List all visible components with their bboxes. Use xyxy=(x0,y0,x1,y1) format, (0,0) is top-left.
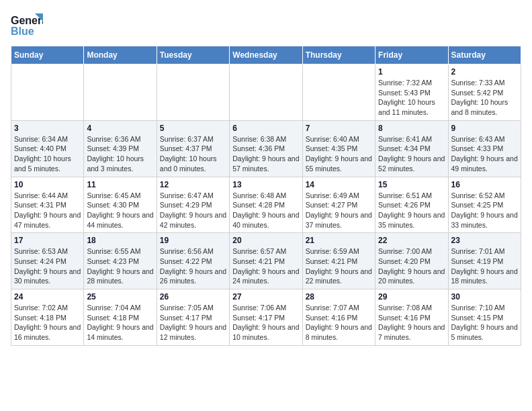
page-header: General Blue xyxy=(11,11,521,39)
day-number: 8 xyxy=(378,124,445,133)
day-number: 3 xyxy=(14,124,81,133)
calendar-cell: 6Sunrise: 6:38 AM Sunset: 4:36 PM Daylig… xyxy=(230,120,302,177)
day-number: 13 xyxy=(232,180,299,189)
day-info: Sunrise: 6:44 AM Sunset: 4:31 PM Dayligh… xyxy=(14,191,81,230)
day-number: 20 xyxy=(232,236,299,245)
day-number: 25 xyxy=(87,292,153,302)
day-info: Sunrise: 7:10 AM Sunset: 4:15 PM Dayligh… xyxy=(451,303,518,342)
day-number: 17 xyxy=(14,236,81,245)
day-info: Sunrise: 6:47 AM Sunset: 4:29 PM Dayligh… xyxy=(160,191,226,230)
calendar-cell: 25Sunrise: 7:04 AM Sunset: 4:18 PM Dayli… xyxy=(84,289,157,346)
calendar-cell: 17Sunrise: 6:53 AM Sunset: 4:24 PM Dayli… xyxy=(11,233,84,289)
calendar-day-header: Thursday xyxy=(302,46,375,64)
day-number: 5 xyxy=(160,124,226,133)
day-number: 27 xyxy=(232,292,299,302)
logo-icon: General Blue xyxy=(11,11,43,39)
day-info: Sunrise: 6:51 AM Sunset: 4:26 PM Dayligh… xyxy=(378,191,445,230)
day-info: Sunrise: 6:57 AM Sunset: 4:21 PM Dayligh… xyxy=(232,246,299,286)
calendar-cell: 9Sunrise: 6:43 AM Sunset: 4:33 PM Daylig… xyxy=(448,120,521,177)
calendar-day-header: Sunday xyxy=(11,46,84,64)
day-info: Sunrise: 6:49 AM Sunset: 4:27 PM Dayligh… xyxy=(306,191,372,230)
logo: General Blue xyxy=(11,11,43,39)
day-info: Sunrise: 6:40 AM Sunset: 4:35 PM Dayligh… xyxy=(306,134,372,174)
day-number: 24 xyxy=(14,292,81,302)
calendar-day-header: Friday xyxy=(375,46,448,64)
day-number: 26 xyxy=(160,292,226,302)
day-info: Sunrise: 6:43 AM Sunset: 4:33 PM Dayligh… xyxy=(451,134,518,174)
calendar-cell: 26Sunrise: 7:05 AM Sunset: 4:17 PM Dayli… xyxy=(157,289,229,346)
calendar-header-row: SundayMondayTuesdayWednesdayThursdayFrid… xyxy=(11,46,521,64)
day-info: Sunrise: 6:34 AM Sunset: 4:40 PM Dayligh… xyxy=(14,134,81,174)
day-number: 19 xyxy=(160,236,226,245)
day-info: Sunrise: 6:45 AM Sunset: 4:30 PM Dayligh… xyxy=(87,191,153,230)
day-info: Sunrise: 6:38 AM Sunset: 4:36 PM Dayligh… xyxy=(232,134,299,174)
day-info: Sunrise: 6:59 AM Sunset: 4:21 PM Dayligh… xyxy=(306,246,372,286)
day-info: Sunrise: 7:01 AM Sunset: 4:19 PM Dayligh… xyxy=(451,246,518,286)
day-info: Sunrise: 7:32 AM Sunset: 5:43 PM Dayligh… xyxy=(378,78,445,118)
day-number: 23 xyxy=(451,236,518,245)
day-info: Sunrise: 6:55 AM Sunset: 4:23 PM Dayligh… xyxy=(87,246,153,286)
calendar-cell: 23Sunrise: 7:01 AM Sunset: 4:19 PM Dayli… xyxy=(448,233,521,289)
calendar-cell: 11Sunrise: 6:45 AM Sunset: 4:30 PM Dayli… xyxy=(84,177,157,233)
day-number: 15 xyxy=(378,180,445,189)
calendar-cell xyxy=(157,64,229,121)
day-number: 1 xyxy=(378,67,445,77)
day-number: 7 xyxy=(306,124,372,133)
day-info: Sunrise: 6:48 AM Sunset: 4:28 PM Dayligh… xyxy=(232,191,299,230)
day-info: Sunrise: 7:00 AM Sunset: 4:20 PM Dayligh… xyxy=(378,246,445,286)
calendar-cell: 14Sunrise: 6:49 AM Sunset: 4:27 PM Dayli… xyxy=(302,177,375,233)
calendar-cell: 22Sunrise: 7:00 AM Sunset: 4:20 PM Dayli… xyxy=(375,233,448,289)
day-info: Sunrise: 6:56 AM Sunset: 4:22 PM Dayligh… xyxy=(160,246,226,286)
calendar-cell: 2Sunrise: 7:33 AM Sunset: 5:42 PM Daylig… xyxy=(448,64,521,121)
calendar-cell: 10Sunrise: 6:44 AM Sunset: 4:31 PM Dayli… xyxy=(11,177,84,233)
day-number: 16 xyxy=(451,180,518,189)
day-number: 28 xyxy=(306,292,372,302)
day-info: Sunrise: 7:08 AM Sunset: 4:16 PM Dayligh… xyxy=(378,303,445,342)
calendar-cell: 20Sunrise: 6:57 AM Sunset: 4:21 PM Dayli… xyxy=(230,233,302,289)
day-info: Sunrise: 7:07 AM Sunset: 4:16 PM Dayligh… xyxy=(306,303,372,342)
calendar-cell: 21Sunrise: 6:59 AM Sunset: 4:21 PM Dayli… xyxy=(302,233,375,289)
day-info: Sunrise: 6:37 AM Sunset: 4:37 PM Dayligh… xyxy=(160,134,226,174)
day-number: 12 xyxy=(160,180,226,189)
day-number: 21 xyxy=(306,236,372,245)
calendar-cell: 16Sunrise: 6:52 AM Sunset: 4:25 PM Dayli… xyxy=(448,177,521,233)
calendar-day-header: Saturday xyxy=(448,46,521,64)
calendar-cell xyxy=(302,64,375,121)
day-number: 22 xyxy=(378,236,445,245)
calendar-cell xyxy=(230,64,302,121)
day-number: 4 xyxy=(87,124,153,133)
day-info: Sunrise: 7:05 AM Sunset: 4:17 PM Dayligh… xyxy=(160,303,226,342)
svg-text:Blue: Blue xyxy=(11,26,34,37)
calendar-cell: 30Sunrise: 7:10 AM Sunset: 4:15 PM Dayli… xyxy=(448,289,521,346)
calendar-cell xyxy=(11,64,84,121)
calendar-cell: 3Sunrise: 6:34 AM Sunset: 4:40 PM Daylig… xyxy=(11,120,84,177)
day-info: Sunrise: 7:33 AM Sunset: 5:42 PM Dayligh… xyxy=(451,78,518,118)
calendar-cell: 18Sunrise: 6:55 AM Sunset: 4:23 PM Dayli… xyxy=(84,233,157,289)
day-info: Sunrise: 6:53 AM Sunset: 4:24 PM Dayligh… xyxy=(14,246,81,286)
calendar-cell xyxy=(84,64,157,121)
calendar-cell: 7Sunrise: 6:40 AM Sunset: 4:35 PM Daylig… xyxy=(302,120,375,177)
day-info: Sunrise: 6:36 AM Sunset: 4:39 PM Dayligh… xyxy=(87,134,153,174)
day-info: Sunrise: 7:06 AM Sunset: 4:17 PM Dayligh… xyxy=(232,303,299,342)
calendar-table: SundayMondayTuesdayWednesdayThursdayFrid… xyxy=(11,46,521,346)
calendar-cell: 28Sunrise: 7:07 AM Sunset: 4:16 PM Dayli… xyxy=(302,289,375,346)
calendar-cell: 4Sunrise: 6:36 AM Sunset: 4:39 PM Daylig… xyxy=(84,120,157,177)
calendar-cell: 8Sunrise: 6:41 AM Sunset: 4:34 PM Daylig… xyxy=(375,120,448,177)
day-number: 30 xyxy=(451,292,518,302)
calendar-cell: 15Sunrise: 6:51 AM Sunset: 4:26 PM Dayli… xyxy=(375,177,448,233)
day-info: Sunrise: 7:04 AM Sunset: 4:18 PM Dayligh… xyxy=(87,303,153,342)
day-number: 11 xyxy=(87,180,153,189)
calendar-cell: 12Sunrise: 6:47 AM Sunset: 4:29 PM Dayli… xyxy=(157,177,229,233)
calendar-cell: 13Sunrise: 6:48 AM Sunset: 4:28 PM Dayli… xyxy=(230,177,302,233)
day-number: 14 xyxy=(306,180,372,189)
calendar-cell: 19Sunrise: 6:56 AM Sunset: 4:22 PM Dayli… xyxy=(157,233,229,289)
calendar-cell: 1Sunrise: 7:32 AM Sunset: 5:43 PM Daylig… xyxy=(375,64,448,121)
day-number: 18 xyxy=(87,236,153,245)
calendar-day-header: Tuesday xyxy=(157,46,229,64)
day-info: Sunrise: 7:02 AM Sunset: 4:18 PM Dayligh… xyxy=(14,303,81,342)
calendar-cell: 24Sunrise: 7:02 AM Sunset: 4:18 PM Dayli… xyxy=(11,289,84,346)
calendar-day-header: Wednesday xyxy=(230,46,302,64)
calendar-cell: 29Sunrise: 7:08 AM Sunset: 4:16 PM Dayli… xyxy=(375,289,448,346)
day-info: Sunrise: 6:41 AM Sunset: 4:34 PM Dayligh… xyxy=(378,134,445,174)
calendar-day-header: Monday xyxy=(84,46,157,64)
